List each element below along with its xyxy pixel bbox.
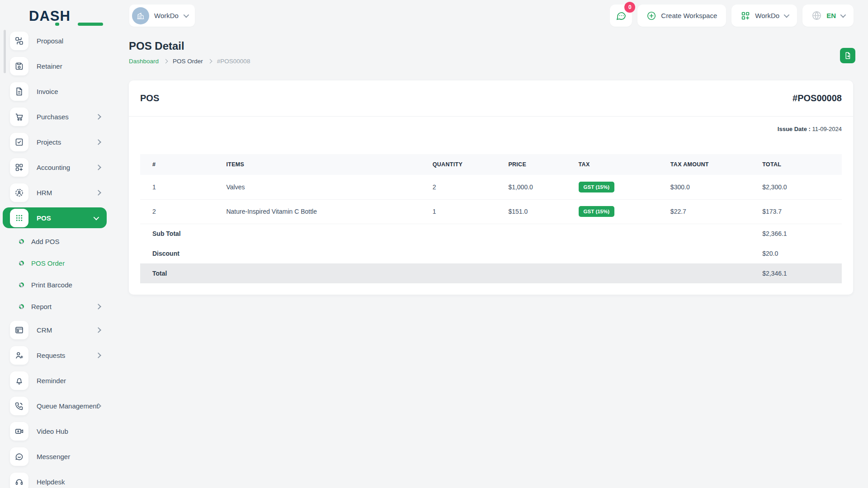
- breadcrumb-separator-icon: [208, 59, 212, 64]
- logo-dot-accent: [55, 23, 59, 26]
- pos-number: #POS00008: [793, 93, 842, 103]
- queue-management-icon: [10, 397, 28, 415]
- dash-logo-text: DASH: [29, 8, 71, 24]
- chevron-down-icon: [183, 12, 189, 18]
- chevron-down-icon: [94, 214, 98, 222]
- dash-logo[interactable]: DASH: [29, 8, 88, 24]
- sidebar-item-projects[interactable]: Projects: [0, 129, 109, 155]
- sidebar-item-pos[interactable]: POS: [3, 207, 107, 228]
- file-export-icon: [844, 52, 852, 60]
- video-hub-icon: [10, 422, 28, 441]
- create-workspace-button[interactable]: Create Workspace: [637, 5, 726, 27]
- sidebar-item-invoice[interactable]: Invoice: [0, 79, 109, 104]
- pos-detail-page: DASH WorkDo 0: [0, 0, 868, 488]
- sidebar-item-queue-management[interactable]: Queue Management: [0, 393, 109, 418]
- col-header-price: PRICE: [503, 154, 573, 175]
- cell-item: Nature-Inspired Vitamin C Bottle: [221, 199, 427, 224]
- sidebar-item-helpdesk[interactable]: Helpdesk: [0, 469, 109, 488]
- top-header: DASH WorkDo 0: [0, 0, 868, 32]
- table-header-row: # ITEMS QUANTITY PRICE TAX TAX AMOUNT TO…: [140, 154, 842, 175]
- projects-icon: [10, 133, 28, 151]
- discount-row: Discount $20.0: [140, 244, 842, 263]
- messages-button[interactable]: 0: [610, 5, 632, 27]
- col-header-tax: TAX: [573, 154, 665, 175]
- issue-date: Issue Date : 11-09-2024: [129, 117, 853, 132]
- col-header-no: #: [140, 154, 221, 175]
- grid-plus-icon: [741, 11, 750, 21]
- sidebar-item-purchases[interactable]: Purchases: [0, 104, 109, 129]
- chevron-right-icon: [96, 113, 100, 121]
- col-header-quantity: QUANTITY: [427, 154, 503, 175]
- bullet-icon: [19, 261, 24, 266]
- cell-price: $1,000.0: [503, 175, 573, 199]
- sidebar-item-crm[interactable]: CRM: [0, 317, 109, 343]
- total-label: Total: [140, 263, 757, 283]
- retainer-icon: [10, 57, 28, 75]
- discount-label: Discount: [140, 244, 757, 263]
- building-icon: [136, 11, 145, 20]
- cell-tax-amount: $300.0: [665, 175, 757, 199]
- export-pos-button[interactable]: [840, 48, 855, 63]
- globe-icon: [811, 10, 822, 21]
- sidebar-item-requests[interactable]: Requests: [0, 343, 109, 368]
- chat-bubble-icon: [616, 10, 627, 21]
- messages-count-badge: 0: [624, 2, 635, 13]
- header-actions: 0 Create Workspace WorkDo: [610, 5, 854, 27]
- subtotal-label: Sub Total: [140, 224, 757, 244]
- proposal-icon: [10, 32, 28, 50]
- crm-icon: [10, 321, 28, 339]
- workspace-menu-label: WorkDo: [755, 12, 779, 19]
- sidebar-item-reminder[interactable]: Reminder: [0, 368, 109, 393]
- purchases-icon: [10, 108, 28, 126]
- issue-date-label: Issue Date :: [778, 126, 811, 132]
- sidebar-item-hrm[interactable]: HRM: [0, 180, 109, 205]
- helpdesk-icon: [10, 473, 28, 488]
- subtotal-row: Sub Total $2,366.1: [140, 224, 842, 244]
- cell-price: $151.0: [503, 199, 573, 224]
- table-row: 1 Valves 2 $1,000.0 GST (15%) $300.0 $2,…: [140, 175, 842, 199]
- requests-icon: [10, 346, 28, 365]
- discount-value: $20.0: [757, 244, 842, 263]
- workspace-selector[interactable]: WorkDo: [129, 5, 195, 27]
- pos-icon: [10, 209, 28, 227]
- col-header-total: TOTAL: [757, 154, 842, 175]
- cell-tax: GST (15%): [573, 199, 665, 224]
- sidebar-subitem-report[interactable]: Report: [0, 296, 109, 317]
- pos-detail-card: POS #POS00008 Issue Date : 11-09-2024 # …: [129, 80, 853, 295]
- sidebar-subitem-print-barcode[interactable]: Print Barcode: [0, 274, 109, 296]
- chevron-right-icon: [96, 138, 100, 146]
- sidebar-subitem-pos-order[interactable]: POS Order: [0, 252, 109, 274]
- workspace-menu-button[interactable]: WorkDo: [731, 5, 797, 27]
- breadcrumb-separator-icon: [164, 59, 168, 64]
- chevron-right-icon: [96, 302, 100, 310]
- bullet-icon: [19, 239, 24, 244]
- breadcrumb-dashboard-link[interactable]: Dashboard: [129, 58, 159, 65]
- tax-badge: GST (15%): [579, 182, 615, 192]
- sidebar-item-accounting[interactable]: Accounting: [0, 155, 109, 180]
- sidebar-item-video-hub[interactable]: Video Hub: [0, 418, 109, 444]
- messenger-icon: [10, 447, 28, 466]
- issue-date-value: 11-09-2024: [811, 126, 842, 132]
- page-title: POS Detail: [129, 40, 184, 52]
- bullet-icon: [19, 282, 24, 287]
- chevron-down-icon: [840, 12, 846, 18]
- logo-bar-accent: [78, 23, 103, 26]
- sidebar-item-proposal[interactable]: Proposal: [0, 28, 109, 53]
- tax-badge: GST (15%): [579, 206, 615, 217]
- sidebar-item-messenger[interactable]: Messenger: [0, 444, 109, 469]
- cell-tax: GST (15%): [573, 175, 665, 199]
- total-row: Total $2,346.1: [140, 263, 842, 283]
- hrm-icon: [10, 183, 28, 202]
- chevron-right-icon: [96, 402, 100, 410]
- create-workspace-label: Create Workspace: [661, 12, 717, 19]
- language-selector[interactable]: EN: [802, 5, 854, 27]
- cell-total: $173.7: [757, 199, 842, 224]
- pos-card-title: POS: [140, 93, 159, 103]
- language-label: EN: [826, 12, 836, 19]
- chevron-down-icon: [784, 12, 790, 18]
- sidebar-item-retainer[interactable]: Retainer: [0, 53, 109, 79]
- sidebar-subitem-add-pos[interactable]: Add POS: [0, 230, 109, 252]
- chevron-right-icon: [96, 326, 100, 334]
- col-header-tax-amount: TAX AMOUNT: [665, 154, 757, 175]
- invoice-icon: [10, 82, 28, 101]
